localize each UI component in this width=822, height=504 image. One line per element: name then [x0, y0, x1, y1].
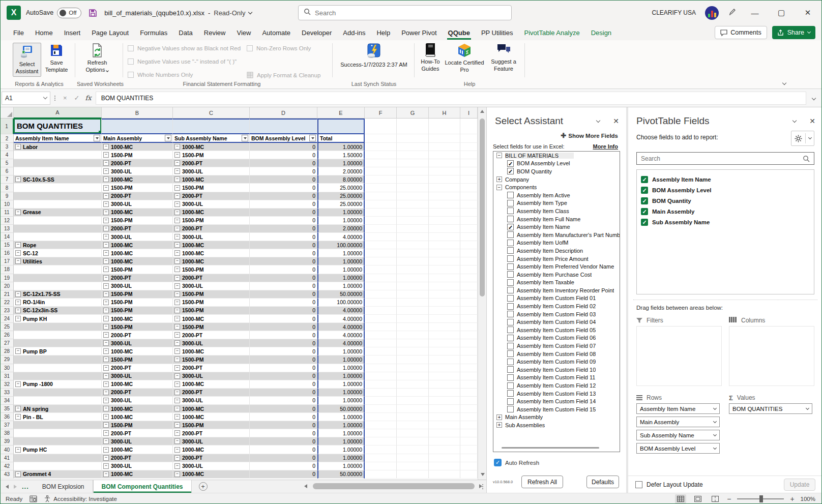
cell-assembly-item[interactable]: [14, 217, 102, 225]
cell[interactable]: [429, 397, 460, 405]
cell[interactable]: [317, 118, 365, 134]
ribbon-tab[interactable]: QQube: [443, 26, 476, 39]
cell[interactable]: [397, 307, 429, 315]
next-sheet-icon[interactable]: [14, 485, 17, 489]
cell[interactable]: [429, 355, 460, 364]
cell[interactable]: [365, 446, 397, 454]
field-checkbox[interactable]: [507, 263, 514, 270]
chevron-down-icon[interactable]: [713, 406, 717, 409]
cell-bom-level[interactable]: 0: [250, 249, 317, 257]
tools-button[interactable]: [791, 131, 814, 146]
cell[interactable]: [460, 470, 478, 479]
cell-main-assembly[interactable]: 3000-UL: [102, 372, 173, 380]
select-assistant-button[interactable]: Select Assistant: [13, 43, 41, 77]
update-button[interactable]: Update: [784, 479, 815, 491]
ribbon-tab[interactable]: Insert: [58, 26, 86, 39]
cell-assembly-item[interactable]: [14, 282, 102, 290]
cell-main-assembly[interactable]: 3000-UL: [102, 339, 173, 347]
cell[interactable]: [365, 347, 397, 355]
cell[interactable]: [365, 413, 397, 421]
close-icon[interactable]: ✕: [809, 117, 815, 125]
chevron-down-icon[interactable]: [596, 118, 600, 122]
cell[interactable]: [429, 290, 460, 299]
cell[interactable]: [397, 429, 429, 437]
cell-main-assembly[interactable]: 2000-PT: [102, 192, 173, 200]
cell-sub-assembly[interactable]: 1500-PM: [173, 151, 250, 159]
cell-main-assembly[interactable]: 3000-UL: [102, 397, 173, 405]
cell-sub-assembly[interactable]: 1500-PM: [173, 290, 250, 299]
rows-field-chip[interactable]: BOM Assembly Level: [636, 443, 720, 454]
field-checkbox[interactable]: [507, 390, 514, 397]
name-box[interactable]: A1: [2, 92, 50, 105]
row-number[interactable]: 33: [1, 389, 14, 397]
cell[interactable]: [365, 151, 397, 159]
cell[interactable]: [397, 413, 429, 421]
cell-sub-assembly[interactable]: 1000-MC: [173, 257, 250, 265]
column-header-a[interactable]: A: [14, 107, 102, 118]
cell-total[interactable]: 100.00000: [317, 241, 365, 249]
cell[interactable]: [365, 225, 397, 233]
cell[interactable]: [397, 389, 429, 397]
cell[interactable]: [397, 118, 429, 134]
cell[interactable]: [365, 323, 397, 331]
columns-drop-area[interactable]: [729, 326, 814, 386]
cell[interactable]: [397, 241, 429, 249]
cb-nonzero-rows[interactable]: Non-Zero Rows Only: [247, 45, 311, 51]
cell-bom-level[interactable]: 0: [250, 143, 317, 151]
field-tree-item[interactable]: Assembly Item Custom Field 10: [493, 366, 620, 374]
share-button[interactable]: Share: [772, 26, 815, 39]
cell[interactable]: [365, 282, 397, 290]
cell[interactable]: [460, 364, 478, 372]
cell[interactable]: [365, 339, 397, 347]
cell[interactable]: [397, 151, 429, 159]
cell[interactable]: [365, 299, 397, 307]
cell[interactable]: [460, 225, 478, 233]
macro-record-icon[interactable]: [30, 495, 37, 502]
cell-assembly-item[interactable]: [14, 233, 102, 241]
cell[interactable]: [460, 134, 478, 143]
cell-bom-level[interactable]: 0: [250, 307, 317, 315]
cell[interactable]: [397, 380, 429, 389]
cell-sub-assembly[interactable]: 1500-PM: [173, 355, 250, 364]
cell-bom-level[interactable]: 0: [250, 241, 317, 249]
page-layout-view-icon[interactable]: [692, 494, 703, 503]
field-tree-item[interactable]: BOM Assembly Level: [493, 160, 620, 168]
row-number[interactable]: 19: [1, 274, 14, 282]
cell-sub-assembly[interactable]: 1500-PM: [173, 323, 250, 331]
cell[interactable]: [460, 429, 478, 437]
cell[interactable]: [429, 118, 460, 134]
cell-bom-level[interactable]: 0: [250, 175, 317, 184]
cell[interactable]: [460, 175, 478, 184]
cell[interactable]: [429, 233, 460, 241]
cell-assembly-item[interactable]: Pump -1800: [14, 380, 102, 389]
cell-bom-level[interactable]: 0: [250, 315, 317, 323]
field-tree-item[interactable]: Assembly Item Custom Field 14: [493, 397, 620, 405]
cell[interactable]: [365, 184, 397, 192]
cell-sub-assembly[interactable]: 2000-PT: [173, 159, 250, 167]
row-number[interactable]: 3: [1, 143, 14, 151]
chevron-down-icon[interactable]: [713, 419, 717, 423]
field-tree-item[interactable]: Assembly Item Preferred Vendor Name: [493, 262, 620, 271]
cb-negative-black[interactable]: Negative Values show as Black not Red: [128, 45, 241, 51]
field-checkbox[interactable]: [507, 192, 514, 198]
filter-dropdown-icon[interactable]: [242, 135, 248, 141]
cell-bom-level[interactable]: 0: [250, 355, 317, 364]
cell-total[interactable]: 100.00000: [317, 299, 365, 307]
cell[interactable]: [460, 446, 478, 454]
formula-input[interactable]: BOM QUANTITIES: [96, 92, 806, 105]
last-synch-button[interactable]: Success-1/7/2023 2:37 AM: [338, 43, 410, 69]
cell-assembly-item[interactable]: [14, 389, 102, 397]
field-tree-item[interactable]: Assembly Item Custom Field 13: [493, 390, 620, 398]
scrollbar-thumb[interactable]: [480, 118, 485, 297]
cell[interactable]: [429, 421, 460, 429]
cell[interactable]: [460, 454, 478, 462]
field-item[interactable]: ✓ Assembly Item Name: [641, 174, 814, 185]
cell[interactable]: [460, 299, 478, 307]
cell-sub-assembly[interactable]: 1000-MC: [173, 446, 250, 454]
field-checkbox[interactable]: [507, 231, 514, 238]
cell-total[interactable]: 4.00000: [317, 233, 365, 241]
cell-assembly-item[interactable]: SC-10x.5-SS: [14, 175, 102, 184]
cell-main-assembly[interactable]: 3000-UL: [102, 462, 173, 470]
cell-bom-level[interactable]: 0: [250, 290, 317, 299]
field-tree-item[interactable]: Assembly Item Custom Field 07: [493, 342, 620, 350]
